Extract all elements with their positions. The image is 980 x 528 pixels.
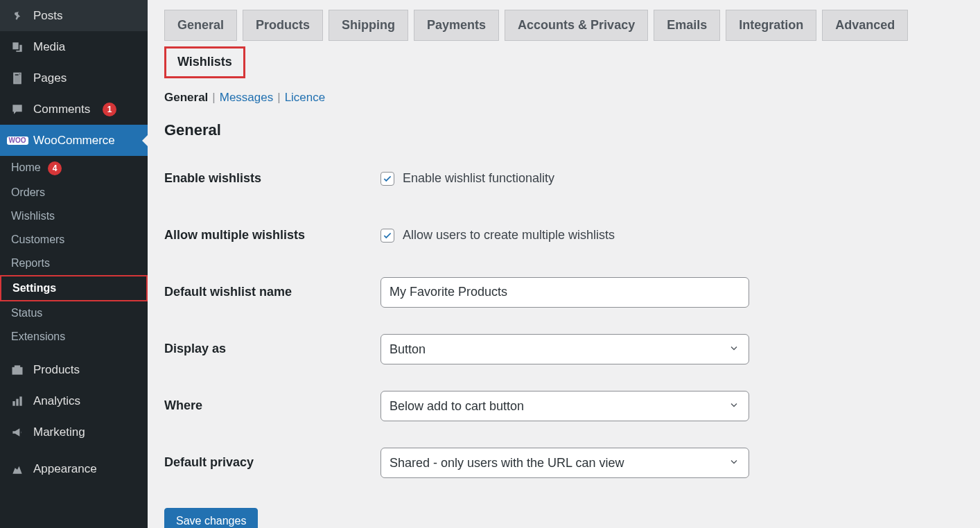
label-enable-wishlists: Enable wishlists: [164, 171, 380, 186]
woocommerce-submenu: Home 4 Orders Wishlists Customers Report…: [0, 156, 148, 354]
submenu-item-home[interactable]: Home 4: [0, 156, 148, 181]
sidebar-item-appearance[interactable]: Appearance: [0, 453, 148, 484]
sidebar-item-label: Analytics: [33, 394, 80, 408]
label-display-as: Display as: [164, 342, 380, 356]
settings-form: Enable wishlists Enable wishlist functio…: [164, 150, 963, 491]
appearance-icon: [10, 461, 25, 477]
checkbox-enable-wishlists[interactable]: [380, 172, 394, 186]
tab-products[interactable]: Products: [243, 10, 323, 41]
checkbox-label: Enable wishlist functionality: [403, 171, 554, 186]
input-default-wishlist-name[interactable]: [380, 277, 749, 308]
tab-accounts-privacy[interactable]: Accounts & Privacy: [505, 10, 648, 41]
sidebar-item-label: Comments: [33, 103, 90, 116]
tab-emails[interactable]: Emails: [654, 10, 720, 41]
sidebar-item-woocommerce[interactable]: WOO WooCommerce: [0, 125, 148, 156]
label-where: Where: [164, 398, 380, 413]
tab-advanced[interactable]: Advanced: [822, 10, 908, 41]
sidebar-item-label: Appearance: [33, 462, 97, 476]
subtab-general[interactable]: General: [164, 91, 208, 105]
submenu-item-reports[interactable]: Reports: [0, 252, 148, 275]
tab-payments[interactable]: Payments: [414, 10, 499, 41]
products-icon: [10, 362, 25, 378]
submenu-item-extensions[interactable]: Extensions: [0, 325, 148, 349]
comments-count-badge: 1: [103, 103, 116, 116]
select-default-privacy[interactable]: Shared - only users with the URL can vie…: [380, 448, 749, 478]
select-where[interactable]: Below add to cart button: [380, 391, 749, 421]
tab-wishlists[interactable]: Wishlists: [164, 46, 245, 78]
sidebar-item-label: Products: [33, 363, 80, 377]
checkbox-label: Allow users to create multiple wishlists: [403, 228, 615, 243]
sidebar-item-label: Marketing: [33, 425, 85, 439]
tab-general[interactable]: General: [164, 10, 237, 41]
select-display-as[interactable]: Button: [380, 334, 749, 364]
label-default-privacy: Default privacy: [164, 455, 380, 470]
svg-rect-4: [16, 398, 18, 405]
main-content: General Products Shipping Payments Accou…: [148, 0, 980, 528]
submenu-item-settings[interactable]: Settings: [0, 275, 148, 301]
sidebar-item-analytics[interactable]: Analytics: [0, 385, 148, 416]
section-title: General: [164, 121, 963, 139]
submenu-item-orders[interactable]: Orders: [0, 181, 148, 204]
sidebar-item-label: Pages: [33, 71, 67, 85]
sidebar-item-media[interactable]: Media: [0, 31, 148, 62]
svg-rect-5: [19, 396, 21, 405]
svg-rect-1: [12, 367, 23, 374]
sidebar-item-pages[interactable]: Pages: [0, 62, 148, 94]
save-changes-button[interactable]: Save changes: [164, 508, 258, 528]
pages-icon: [10, 71, 25, 86]
marketing-icon: [10, 425, 25, 440]
media-icon: [10, 39, 25, 55]
admin-sidebar: Posts Media Pages Comments 1 WOO WooComm…: [0, 0, 148, 528]
field-enable-wishlists[interactable]: Enable wishlist functionality: [380, 171, 963, 186]
submenu-item-customers[interactable]: Customers: [0, 228, 148, 252]
woo-icon: WOO: [10, 133, 25, 148]
label-allow-multiple: Allow multiple wishlists: [164, 228, 380, 243]
tab-integration[interactable]: Integration: [726, 10, 816, 41]
sidebar-item-posts[interactable]: Posts: [0, 0, 148, 31]
wishlist-subtabs: General | Messages | Licence: [164, 91, 963, 105]
svg-rect-2: [15, 365, 20, 367]
subtab-messages[interactable]: Messages: [220, 91, 273, 105]
sidebar-item-label: WooCommerce: [33, 134, 115, 148]
svg-rect-3: [12, 401, 15, 406]
home-count-badge: 4: [48, 161, 62, 175]
tab-shipping[interactable]: Shipping: [329, 10, 408, 41]
sidebar-item-marketing[interactable]: Marketing: [0, 416, 148, 448]
label-default-wishlist-name: Default wishlist name: [164, 285, 380, 299]
sidebar-item-comments[interactable]: Comments 1: [0, 94, 148, 125]
sidebar-item-label: Media: [33, 40, 65, 54]
subtab-licence[interactable]: Licence: [285, 91, 326, 105]
pin-icon: [10, 8, 25, 24]
field-allow-multiple[interactable]: Allow users to create multiple wishlists: [380, 228, 963, 243]
analytics-icon: [10, 394, 25, 409]
sidebar-item-label: Posts: [33, 9, 63, 23]
settings-tabs: General Products Shipping Payments Accou…: [164, 10, 963, 78]
submenu-item-wishlists[interactable]: Wishlists: [0, 204, 148, 228]
submenu-item-status[interactable]: Status: [0, 301, 148, 325]
checkbox-allow-multiple[interactable]: [380, 229, 394, 243]
comment-icon: [10, 102, 25, 117]
sidebar-item-products[interactable]: Products: [0, 354, 148, 385]
